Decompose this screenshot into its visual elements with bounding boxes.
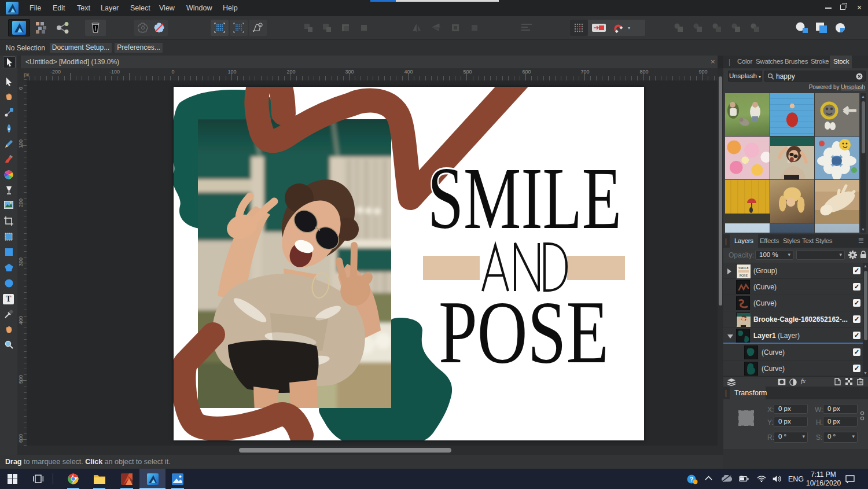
svg-text:POSE: POSE: [439, 282, 609, 382]
svg-text:POSE: POSE: [740, 274, 748, 277]
svg-text:SMILE: SMILE: [738, 266, 749, 270]
svg-text:SMILE: SMILE: [428, 149, 621, 247]
